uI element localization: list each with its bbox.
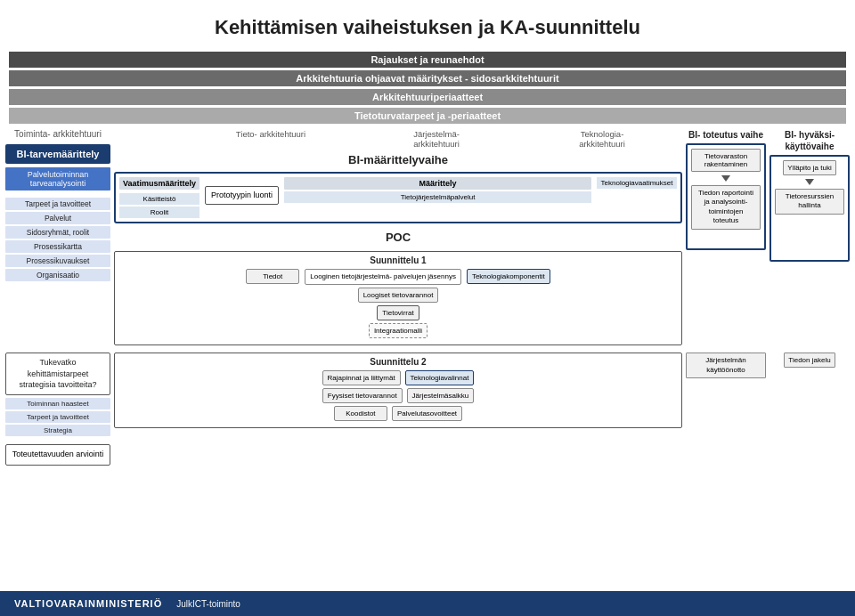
suunnittelu-2-title: Suunnittelu 2 [118,357,678,367]
tieto-arch-col: Tieto- arkkitehtuuri [191,129,351,139]
list-item: Strategia [5,425,110,436]
bi-maarittely-label: BI-määrittelyvaihe [114,153,682,166]
banner-2: Arkkitehtuuria ohjaavat määritykset - si… [9,70,846,86]
suun2-row2: Fyysiset tietovarannot Järjestelmäsalkku [118,388,678,403]
bottom-area: Tukevatko kehittämistarpeet strategisia … [0,353,855,465]
bi-tarvemaarittely: BI-tarvemäärittely [5,144,110,164]
loogiset-box: Loogiset tietovarannot [358,288,439,303]
tietovirrat-box: Tietovirrat [377,305,419,320]
integraatiomalli-box: Integraatiomalli [369,323,428,338]
maarittely-col: Määrittely Tietojärjestelmäpalvelut [284,177,591,203]
vaatimus-col: Vaatimusmäärittely Käsitteistö Roolit [119,177,200,218]
suunnittelu-1-row3: Tietovirrat [118,305,678,320]
tietoj-box: Tietojärjestelmäpalvelut [284,191,591,203]
maarittely-title: Määrittely [284,177,591,190]
bi-main-box: Vaatimusmäärittely Käsitteistö Roolit Pr… [114,172,682,223]
tieto-arch-title: Tieto- arkkitehtuuri [236,129,305,139]
teknol-valinnat-box: Teknologiavalinnat [405,370,475,385]
roolit-box: Roolit [119,207,200,218]
bottom-left-items: Toiminnan haasteet Tarpeet ja tavoitteet… [5,398,110,436]
poc-label: POC [114,231,682,244]
arrow-down-icon [805,179,814,185]
top-banners: Rajaukset ja reunaehdot Arkkitehtuuria o… [9,52,846,124]
rajapinnat-box: Rajapinnat ja liittymät [322,370,401,385]
teknol-col: Teknologiavaatimukset [597,177,677,189]
banner-4: Tietoturvatarpeet ja -periaatteet [9,108,846,124]
yllapito-box: Ylläpito ja tuki [783,160,835,175]
jarjestelma-arch-col: Järjestelmä- arkkitehtuuri [356,129,517,150]
bi-hyvaksi-col: BI- hyväksi- käyttövaihe Ylläpito ja tuk… [770,129,850,349]
bottom-left-col: Tukevatko kehittämistarpeet strategisia … [5,353,110,465]
bi-toteutus-col: BI- toteutus vaihe Tietovaraston rakenta… [686,129,766,349]
list-item: Prosessikuvaukset [5,255,110,267]
bi-hyvaksi-box: Ylläpito ja tuki Tietoresurssien hallint… [770,155,850,262]
page-title: Kehittämisen vaiheistuksen ja KA-suunnit… [0,0,855,48]
list-item: Tarpeet ja tavoitteet [5,411,110,423]
list-item: Organisaatio [5,269,110,281]
list-item: Toiminnan haasteet [5,398,110,409]
main-area: Toiminta- arkkitehtuuri BI-tarvemääritte… [0,129,855,349]
suunnittelu-1-title: Suunnittelu 1 [118,255,678,265]
bottom-hyvaksi-col: Tiedon jakelu [770,353,850,465]
question-box: Tukevatko kehittämistarpeet strategisia … [5,353,110,395]
teknol-vaatimukset-box: Teknologiavaatimukset [597,177,677,189]
bi-top-row: Vaatimusmäärittely Käsitteistö Roolit Pr… [119,177,677,218]
palvelu-toiminnan: Palvelutoiminnan tarveanalysointi [5,167,110,190]
left-col-title: Toiminta- arkkitehtuuri [5,129,110,139]
arrow-down-icon [721,175,730,182]
bi-toteutus-title: BI- toteutus vaihe [688,129,763,141]
left-column: Toiminta- arkkitehtuuri BI-tarvemääritte… [5,129,110,349]
page-footer: VALTIOVARAINMINISTERIÖ JulkICT-toiminto [0,591,855,616]
bottom-middle-col: Suunnittelu 2 Rajapinnat ja liittymät Te… [114,353,682,465]
footer-text: JulkICT-toiminto [176,599,240,609]
list-item: Prosessikartta [5,240,110,253]
proto-box: Prototyypin luonti [205,186,279,206]
suunnittelu-2-section: Suunnittelu 2 Rajapinnat ja liittymät Te… [114,353,682,428]
tiedon-jakelu-box: Tiedon jakelu [784,353,835,368]
jarjestelma-arch-title: Järjestelmä- arkkitehtuuri [401,129,472,150]
banner-1: Rajaukset ja reunaehdot [9,52,846,68]
teknologia-arch-col: Teknologia- arkkitehtuuri [522,129,682,150]
arch-header-row: Tieto- arkkitehtuuri Järjestelmä- arkkit… [114,129,682,150]
footer-logo: VALTIOVARAINMINISTERIÖ [14,598,162,609]
tiedot-box: Tiedot [246,269,299,284]
tietoresurssien-box: Tietoresurssien hallinta [775,189,844,215]
bottom-toteutus-col: Järjestelmän käyttöönotto [686,353,766,465]
suun2-row3: Koodistot Palvelutasovoitteet [118,406,678,421]
vaatimus-title: Vaatimusmäärittely [119,177,200,190]
fyysiset-box: Fyysiset tietovarannot [322,388,403,403]
suunnittelu-1-section: Suunnittelu 1 Tiedot Looginen tietojärje… [114,251,682,345]
teknologia-arch-title: Teknologia- arkkitehtuuri [566,129,638,150]
kasitteisto-box: Käsitteistö [119,193,200,205]
middle-column: Tieto- arkkitehtuuri Järjestelmä- arkkit… [114,129,682,349]
jarjestelmasalkku-box: Järjestelmäsalkku [407,388,475,403]
left-items-list: Tarpeet ja tavoitteet Palvelut Sidosryhm… [5,198,110,281]
teknol-komponentit-box: Teknologiakomponentit [467,269,550,284]
suun2-row1: Rajapinnat ja liittymät Teknologiavalinn… [118,370,678,385]
bi-toteutus-box: Tietovaraston rakentaminen Tiedon raport… [686,143,766,250]
suunnittelu-1-row2: Loogiset tietovarannot [118,288,678,303]
suunnittelu-1-row1: Tiedot Looginen tietojärjestelmä- palvel… [118,269,678,285]
tiedon-raportointi-box: Tiedon raportointi ja analysointi- toimi… [691,185,761,230]
list-item: Tarpeet ja tavoitteet [5,198,110,210]
koodistot-box: Koodistot [334,406,387,421]
suunnittelu-1-row4: Integraatiomalli [118,323,678,338]
bi-hyvaksi-title: BI- hyväksi- käyttövaihe [770,129,850,152]
palvelutaso-box: Palvelutasovoitteet [392,406,462,421]
looginen-box: Looginen tietojärjestelmä- palvelujen jä… [305,269,461,285]
arviointi-box: Toteutettavuuden arviointi [5,444,110,466]
banner-3: Arkkitehtuuriperiaatteet [9,89,846,105]
jarjestelman-box: Järjestelmän käyttöönotto [686,353,766,378]
list-item: Palvelut [5,212,110,224]
list-item: Sidosryhmät, roolit [5,226,110,239]
tietovarasto-box: Tietovaraston rakentaminen [691,149,761,172]
